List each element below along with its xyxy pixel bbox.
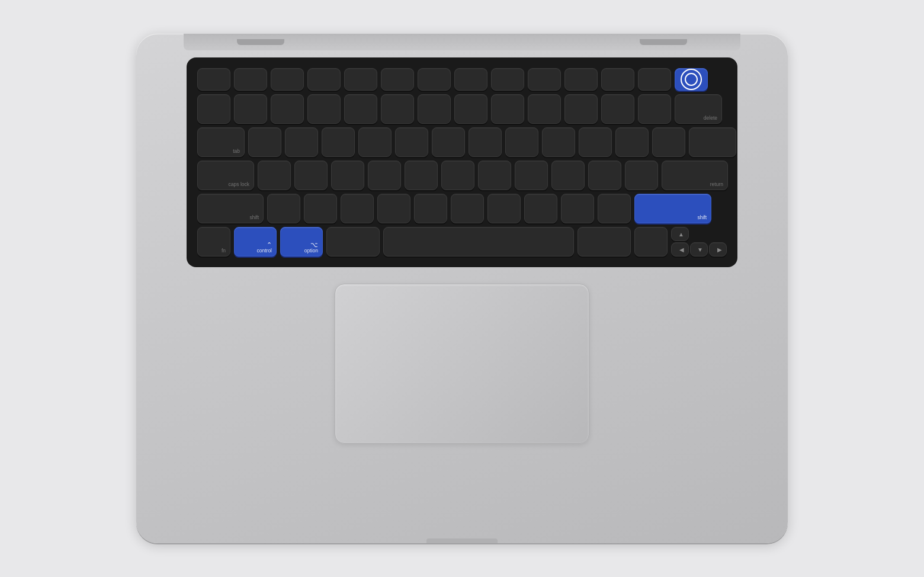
key-arrow-left[interactable]: ◀ — [671, 242, 689, 257]
asdf-row: caps lock return — [197, 161, 727, 190]
key-shift-right[interactable]: shift — [634, 194, 711, 223]
key-5[interactable] — [381, 94, 414, 124]
key-a[interactable] — [258, 161, 291, 190]
key-f4[interactable] — [344, 68, 377, 91]
qwerty-row: tab — [197, 127, 727, 157]
key-fn[interactable]: fn — [197, 227, 230, 257]
control-symbol: ⌃ — [267, 242, 272, 248]
keyboard-rows: delete tab caps lock — [197, 68, 727, 257]
key-8[interactable] — [491, 94, 524, 124]
key-g[interactable] — [405, 161, 438, 190]
key-f[interactable] — [368, 161, 401, 190]
key-f5[interactable] — [381, 68, 414, 91]
trackpad[interactable] — [335, 284, 589, 444]
key-l[interactable] — [551, 161, 585, 190]
key-option[interactable]: ⌥ option — [280, 227, 323, 257]
key-semicolon[interactable] — [588, 161, 621, 190]
key-0[interactable] — [564, 94, 598, 124]
number-row: delete — [197, 94, 727, 124]
key-u[interactable] — [469, 127, 502, 157]
key-d[interactable] — [331, 161, 364, 190]
key-6[interactable] — [418, 94, 451, 124]
key-w[interactable] — [285, 127, 318, 157]
key-comma[interactable] — [524, 194, 557, 223]
laptop-body: delete tab caps lock — [136, 34, 788, 543]
key-power[interactable] — [675, 68, 708, 91]
key-ctrl-right[interactable] — [634, 227, 668, 257]
fn-row — [197, 68, 727, 91]
key-s[interactable] — [294, 161, 328, 190]
power-icon-inner — [685, 73, 698, 86]
option-label: option — [304, 248, 318, 254]
key-cmd-right[interactable] — [578, 227, 631, 257]
key-f6[interactable] — [418, 68, 451, 91]
key-1[interactable] — [234, 94, 267, 124]
key-9[interactable] — [528, 94, 561, 124]
key-k[interactable] — [515, 161, 548, 190]
key-m[interactable] — [487, 194, 521, 223]
key-4[interactable] — [344, 94, 377, 124]
key-j[interactable] — [478, 161, 511, 190]
key-p[interactable] — [579, 127, 612, 157]
keyboard: delete tab caps lock — [187, 57, 737, 267]
key-control[interactable]: ⌃ control — [234, 227, 277, 257]
key-quote[interactable] — [625, 161, 658, 190]
key-2[interactable] — [271, 94, 304, 124]
key-f1[interactable] — [234, 68, 267, 91]
key-f12[interactable] — [638, 68, 671, 91]
key-equals[interactable] — [638, 94, 671, 124]
key-t[interactable] — [395, 127, 428, 157]
key-spacebar[interactable] — [383, 227, 574, 257]
key-n[interactable] — [451, 194, 484, 223]
hinge-notch-left — [237, 39, 284, 45]
control-label: control — [256, 248, 272, 254]
key-f7[interactable] — [454, 68, 487, 91]
key-delete[interactable]: delete — [675, 94, 722, 124]
arrow-cluster: ▲ ◀ ▼ ▶ — [671, 227, 727, 257]
key-arrow-up[interactable]: ▲ — [671, 227, 689, 241]
hinge-notch-right — [640, 39, 687, 45]
key-lbracket[interactable] — [615, 127, 649, 157]
hinge-area — [184, 34, 740, 50]
key-z[interactable] — [267, 194, 300, 223]
key-f2[interactable] — [271, 68, 304, 91]
power-icon — [681, 69, 702, 90]
key-b[interactable] — [414, 194, 447, 223]
key-e[interactable] — [322, 127, 355, 157]
shift-right-label: shift — [697, 215, 707, 220]
key-f3[interactable] — [307, 68, 341, 91]
key-h[interactable] — [441, 161, 474, 190]
key-arrow-down[interactable]: ▼ — [690, 242, 708, 257]
key-q[interactable] — [248, 127, 281, 157]
key-f9[interactable] — [528, 68, 561, 91]
key-o[interactable] — [542, 127, 575, 157]
key-7[interactable] — [454, 94, 487, 124]
key-v[interactable] — [377, 194, 410, 223]
key-y[interactable] — [432, 127, 465, 157]
modifier-row: fn ⌃ control ⌥ option — [197, 227, 727, 257]
bottom-notch — [426, 538, 498, 543]
key-f11[interactable] — [601, 68, 634, 91]
key-tab[interactable]: tab — [197, 127, 245, 157]
key-slash[interactable] — [598, 194, 631, 223]
key-f8[interactable] — [491, 68, 524, 91]
key-period[interactable] — [561, 194, 594, 223]
key-backtick[interactable] — [197, 94, 230, 124]
key-i[interactable] — [505, 127, 538, 157]
key-rbracket[interactable] — [652, 127, 685, 157]
option-symbol: ⌥ — [310, 242, 318, 248]
key-shift-left[interactable]: shift — [197, 194, 264, 223]
key-3[interactable] — [307, 94, 341, 124]
key-cmd-left[interactable] — [326, 227, 380, 257]
key-caps[interactable]: caps lock — [197, 161, 254, 190]
key-return[interactable]: return — [662, 161, 728, 190]
key-f10[interactable] — [564, 68, 598, 91]
key-escape[interactable] — [197, 68, 230, 91]
key-minus[interactable] — [601, 94, 634, 124]
zxcv-row: shift shift — [197, 194, 727, 223]
key-c[interactable] — [341, 194, 374, 223]
key-arrow-right[interactable]: ▶ — [709, 242, 727, 257]
key-r[interactable] — [358, 127, 392, 157]
key-backslash[interactable] — [689, 127, 736, 157]
key-x[interactable] — [304, 194, 337, 223]
